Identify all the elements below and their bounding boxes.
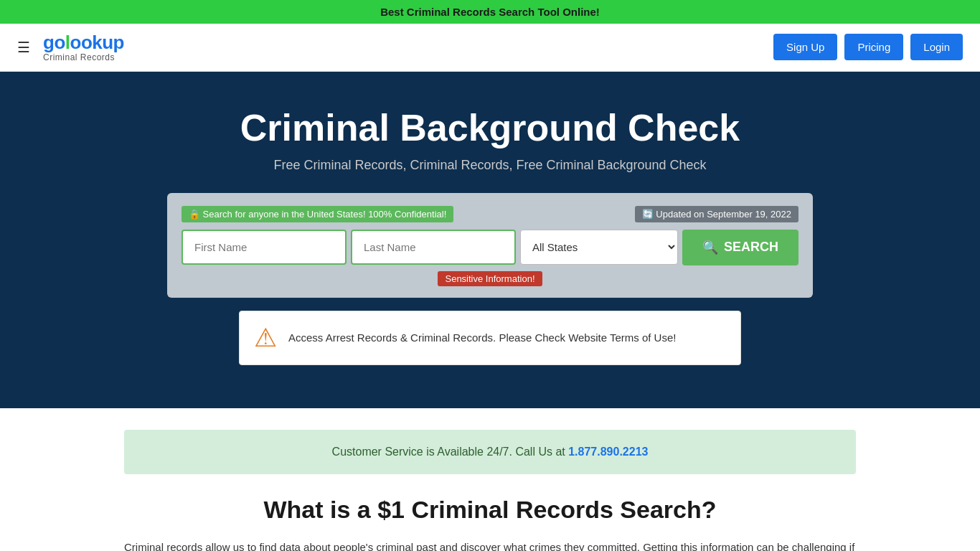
warning-box: ⚠ Access Arrest Records & Criminal Recor… [239,311,741,365]
customer-service-wrapper: Customer Service is Available 24/7. Call… [95,430,885,474]
logo-subtitle: Criminal Records [43,53,124,62]
logo: golookup Criminal Records [43,32,124,62]
section1-title: What is a $1 Criminal Records Search? [124,496,856,524]
logo-go: go [43,32,65,53]
search-inputs: All States Alabama Alaska Arizona Arkans… [182,230,798,265]
section1-body: Criminal records allow us to find data a… [124,538,856,551]
logo-text: golookup [43,32,124,53]
search-button-label: SEARCH [724,240,778,255]
first-name-input[interactable] [182,230,347,265]
hero-title: Criminal Background Check [0,106,980,149]
header: ☰ golookup Criminal Records Sign Up Pric… [0,24,980,72]
warning-icon: ⚠ [254,323,277,353]
customer-service-text: Customer Service is Available 24/7. Call… [332,446,569,458]
updated-badge: 🔄 Updated on September 19, 2022 [635,206,798,222]
customer-service-bar: Customer Service is Available 24/7. Call… [124,430,856,474]
signup-button[interactable]: Sign Up [773,34,837,60]
state-select[interactable]: All States Alabama Alaska Arizona Arkans… [520,230,678,265]
logo-rest: ookup [70,32,125,53]
hero-section: Criminal Background Check Free Criminal … [0,72,980,408]
content-section: What is a $1 Criminal Records Search? Cr… [95,496,885,551]
logo-oo: l [65,32,70,53]
hero-subtitle: Free Criminal Records, Criminal Records,… [0,158,980,173]
search-button[interactable]: 🔍 SEARCH [682,230,798,265]
top-banner-text: Best Criminal Records Search Tool Online… [380,6,600,18]
header-nav: Sign Up Pricing Login [773,34,963,60]
login-button[interactable]: Login [910,34,963,60]
warning-text: Access Arrest Records & Criminal Records… [288,331,676,344]
customer-service-phone[interactable]: 1.877.890.2213 [568,446,648,458]
search-top-bar: 🔒 Search for anyone in the United States… [182,206,798,222]
sensitive-badge: Sensitive Information! [438,271,542,286]
top-banner: Best Criminal Records Search Tool Online… [0,0,980,24]
last-name-input[interactable] [351,230,516,265]
pricing-button[interactable]: Pricing [844,34,903,60]
search-container: 🔒 Search for anyone in the United States… [167,193,813,298]
hamburger-icon[interactable]: ☰ [17,39,30,56]
confidential-badge: 🔒 Search for anyone in the United States… [182,206,453,222]
search-icon: 🔍 [702,240,718,255]
